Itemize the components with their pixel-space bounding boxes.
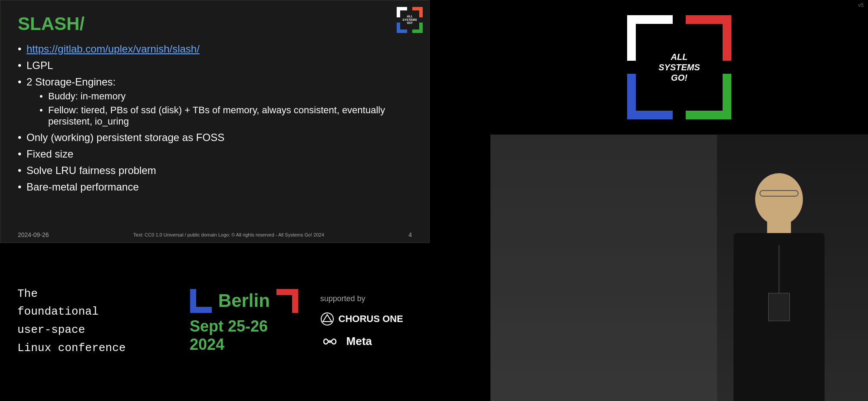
speaker-video	[490, 135, 868, 401]
bracket-red	[276, 289, 298, 313]
speaker-background	[490, 135, 868, 401]
bullet-fixed-size: Fixed size	[18, 148, 412, 160]
slide-logo: ALLSYSTEMSGO!	[397, 7, 423, 33]
bullet-fellow: Fellow: tiered, PBs of ssd (disk) + TBs …	[39, 105, 412, 127]
conference-description: The foundational user-space Linux confer…	[0, 243, 181, 399]
bullet-bare-metal: Bare-metal performance	[18, 181, 412, 193]
speaker-neck	[767, 214, 791, 233]
asg-logo-area: ALL SYSTEMS GO!	[490, 0, 868, 135]
meta-infinity-icon	[320, 335, 342, 348]
storage-engine-sub-list: Buddy: in-memory Fellow: tiered, PBs of …	[26, 91, 412, 127]
chorus-icon	[320, 312, 334, 326]
slide-bullets: https://gitlab.com/uplex/varnish/slash/ …	[18, 43, 412, 193]
asg-go-text: GO!	[658, 72, 700, 83]
meta-sponsor: Meta	[320, 335, 372, 348]
sponsors-area: supported by CHORUS ONE Meta	[307, 243, 430, 399]
speaker-figure	[707, 161, 851, 401]
slide-license: Text: CC0 1.0 Universal / public domain …	[133, 232, 324, 237]
slide-logo-text: ALLSYSTEMSGO!	[399, 15, 421, 25]
slide-footer: 2024-09-26 Text: CC0 1.0 Universal / pub…	[18, 231, 412, 238]
bullet-lgpl: LGPL	[18, 59, 412, 72]
conference-text: The foundational user-space Linux confer…	[17, 285, 164, 357]
bullet-storage-engines: 2 Storage-Engines: Buddy: in-memory Fell…	[18, 76, 412, 127]
bullet-buddy: Buddy: in-memory	[39, 91, 412, 102]
bottom-bar: The foundational user-space Linux confer…	[0, 243, 430, 399]
slide-page: 4	[408, 231, 412, 238]
slide-date: 2024-09-26	[18, 231, 49, 238]
berlin-label: Berlin	[218, 290, 270, 311]
berlin-container: Berlin	[190, 289, 298, 313]
speaker-glasses	[760, 190, 799, 197]
asg-systems-text: SYSTEMS	[658, 62, 700, 72]
right-panel: v5 ALL SYSTEMS GO!	[490, 0, 868, 401]
bullet-link: https://gitlab.com/uplex/varnish/slash/	[18, 43, 412, 55]
bracket-blue	[190, 289, 212, 313]
asg-logo: ALL SYSTEMS GO!	[627, 15, 731, 119]
slide-title: SLASH/	[18, 13, 412, 34]
supported-by-label: supported by	[320, 294, 365, 303]
speaker-badge	[768, 293, 790, 321]
presentation-slide: ALLSYSTEMSGO! SLASH/ https://gitlab.com/…	[0, 0, 430, 243]
bullet-lru: Solve LRU fairness problem	[18, 164, 412, 177]
chorus-one-text: CHORUS ONE	[339, 313, 403, 325]
bullet-foss: Only (working) persistent storage as FOS…	[18, 131, 412, 144]
gitlab-link[interactable]: https://gitlab.com/uplex/varnish/slash/	[26, 43, 200, 55]
event-location-date: Berlin Sept 25-26 2024	[181, 243, 307, 399]
event-date: Sept 25-26 2024	[190, 317, 299, 354]
chorus-one-sponsor: CHORUS ONE	[320, 312, 403, 326]
asg-logo-text: ALL SYSTEMS GO!	[658, 52, 700, 83]
svg-marker-1	[323, 315, 332, 322]
asg-all-text: ALL	[658, 52, 700, 62]
version-tag: v5	[858, 2, 864, 8]
meta-text: Meta	[346, 335, 372, 348]
video-wall	[490, 135, 717, 401]
